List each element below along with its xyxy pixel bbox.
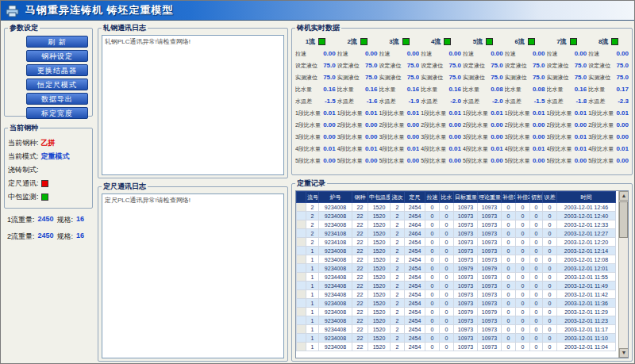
rt-label: 拉速 xyxy=(295,50,306,58)
column-header[interactable]: 补偿2 xyxy=(516,192,530,203)
cell: 2454 xyxy=(405,290,425,299)
rt-value: 0.00 xyxy=(491,50,503,57)
rt-label: 拉速 xyxy=(463,50,474,58)
cell: 1520 xyxy=(368,290,391,299)
row-selector[interactable] xyxy=(297,264,306,273)
rt-value: 75.0 xyxy=(448,62,461,69)
table-row[interactable]: 292340082215202246400109731097300002003-… xyxy=(297,220,616,229)
table-row[interactable]: 192344082215202245400109731097300002003-… xyxy=(297,325,616,334)
param-button-2[interactable]: 更换结晶器 xyxy=(26,64,88,76)
rt-value: 0.00 xyxy=(491,157,503,164)
stream-name: 5流 xyxy=(473,37,483,46)
current-mode-label: 当前模式: xyxy=(8,151,39,162)
cell: 10973 xyxy=(454,290,478,299)
cell: 0 xyxy=(440,255,454,264)
rt-value: 0.16 xyxy=(365,86,378,93)
cell: 2003-12-01 11:17 xyxy=(557,325,616,334)
rt-row: 4段比水量0.01 xyxy=(337,143,378,155)
spec1-label: 规格: xyxy=(57,215,74,225)
row-selector[interactable] xyxy=(297,334,306,343)
row-selector[interactable] xyxy=(297,290,306,299)
column-header[interactable]: 比水 xyxy=(440,192,454,203)
table-row[interactable]: 292341082215202245400109731097300002003-… xyxy=(297,238,616,247)
row-selector[interactable] xyxy=(297,343,306,351)
row-selector[interactable] xyxy=(297,220,306,229)
records-scrollbar[interactable]: ▲ ▼ xyxy=(618,191,628,358)
rt-value: 75.0 xyxy=(407,74,420,81)
row-selector[interactable] xyxy=(297,299,306,308)
row-selector[interactable] xyxy=(297,308,306,316)
rt-label: 5段比水量 xyxy=(547,157,572,165)
row-selector[interactable] xyxy=(297,238,306,247)
table-row[interactable]: 192340082215202245400109731097300002003-… xyxy=(297,316,616,325)
sizing-log-textarea[interactable]: 定尺PLC通讯异常!请检查网络! xyxy=(102,193,284,358)
cell: 0 xyxy=(530,299,543,308)
cell: 2 xyxy=(391,238,405,247)
cell: 0 xyxy=(543,282,557,290)
cell: 0 xyxy=(530,220,543,229)
scrollbar-thumb[interactable] xyxy=(619,201,628,238)
table-row[interactable]: 292341082215202246400109731097300002003-… xyxy=(297,229,616,238)
column-header[interactable]: 时间 xyxy=(557,192,616,203)
param-button-1[interactable]: 钢种设定 xyxy=(26,50,88,62)
row-selector[interactable] xyxy=(297,203,306,212)
column-header[interactable]: 补偿1 xyxy=(502,192,516,203)
column-header[interactable]: 炉号 xyxy=(319,192,352,203)
cell: 10973 xyxy=(478,220,502,229)
table-row[interactable]: 192344082215202245400109731097300002003-… xyxy=(297,290,616,299)
table-row[interactable]: 192340082215202245400109731097300002003-… xyxy=(297,343,616,351)
param-button-5[interactable]: 标定宽度 xyxy=(26,107,88,119)
column-header[interactable]: 流号 xyxy=(306,192,319,203)
row-selector[interactable] xyxy=(297,255,306,264)
row-selector[interactable] xyxy=(297,273,306,282)
scroll-up-icon[interactable]: ▲ xyxy=(619,191,629,201)
rt-label: 比水量 xyxy=(463,86,479,94)
rt-row: 拉速0.00 xyxy=(463,48,503,59)
column-header[interactable]: 目标重量 xyxy=(454,192,478,203)
rt-label: 3段比水量 xyxy=(547,133,572,141)
table-row[interactable]: 292340082215202245400109731097300002003-… xyxy=(297,203,616,212)
table-row[interactable]: 192340082215202245400109731097300002003-… xyxy=(297,334,616,343)
rt-row: 1段比水量0.01 xyxy=(463,107,503,119)
table-row[interactable]: 192340082215202245400109731097300002003-… xyxy=(297,299,616,308)
cell: 0 xyxy=(516,220,530,229)
param-button-0[interactable]: 刷 新 xyxy=(26,36,88,48)
param-button-3[interactable]: 恒定尺模式 xyxy=(26,79,88,90)
row-selector[interactable] xyxy=(297,212,306,220)
row-selector[interactable] xyxy=(297,316,306,325)
rt-value: -1.5 xyxy=(534,98,545,105)
column-header[interactable]: 切割 xyxy=(530,192,543,203)
table-row[interactable]: 192340082215202245400109731097300002003-… xyxy=(297,247,616,255)
table-row[interactable]: 292340082215202245400109731097300002003-… xyxy=(297,212,616,220)
column-header[interactable]: 中包温度 xyxy=(368,192,391,203)
row-selector[interactable] xyxy=(297,325,306,334)
param-button-4[interactable]: 数据导出 xyxy=(26,93,88,105)
rt-row: 水温差-1.5 xyxy=(505,95,545,107)
casting-style-row: 浇铸制式: xyxy=(8,165,89,175)
scroll-down-icon[interactable]: ▼ xyxy=(619,348,629,358)
column-header[interactable]: 拉速 xyxy=(425,192,440,203)
table-row[interactable]: 192344082215202245400109731097300002003-… xyxy=(297,273,616,282)
column-header[interactable]: 定尺 xyxy=(405,192,425,203)
column-header[interactable]: 理论重量 xyxy=(478,192,502,203)
cell: 22 xyxy=(352,229,368,238)
cell: 22 xyxy=(352,308,368,316)
table-row[interactable]: 192340082215202245400109791097900002003-… xyxy=(297,264,616,273)
row-selector[interactable] xyxy=(297,229,306,238)
table-row[interactable]: 192344082215202245400109731097300002003-… xyxy=(297,282,616,290)
column-header[interactable]: 钢种 xyxy=(352,192,368,203)
rt-value: 0.00 xyxy=(448,133,461,140)
row-selector[interactable] xyxy=(297,247,306,255)
rt-label: 水温差 xyxy=(547,98,564,105)
cell: 0 xyxy=(516,264,530,273)
table-row[interactable]: 192340082215202245400109791097900002003-… xyxy=(297,308,616,316)
column-header[interactable]: 浇次 xyxy=(391,192,405,203)
rt-label: 4段比水量 xyxy=(547,145,572,153)
table-row[interactable]: 192340082215202245400109731097300002003-… xyxy=(297,255,616,264)
cell: 0 xyxy=(440,325,454,334)
column-header[interactable]: 误差 xyxy=(543,192,557,203)
row-selector[interactable] xyxy=(297,282,306,290)
rt-value: 0.16 xyxy=(407,86,420,93)
rt-value: 0.00 xyxy=(616,50,629,57)
mill-log-textarea[interactable]: 轧钢PLC通讯异常!请检查网络! xyxy=(102,35,284,175)
